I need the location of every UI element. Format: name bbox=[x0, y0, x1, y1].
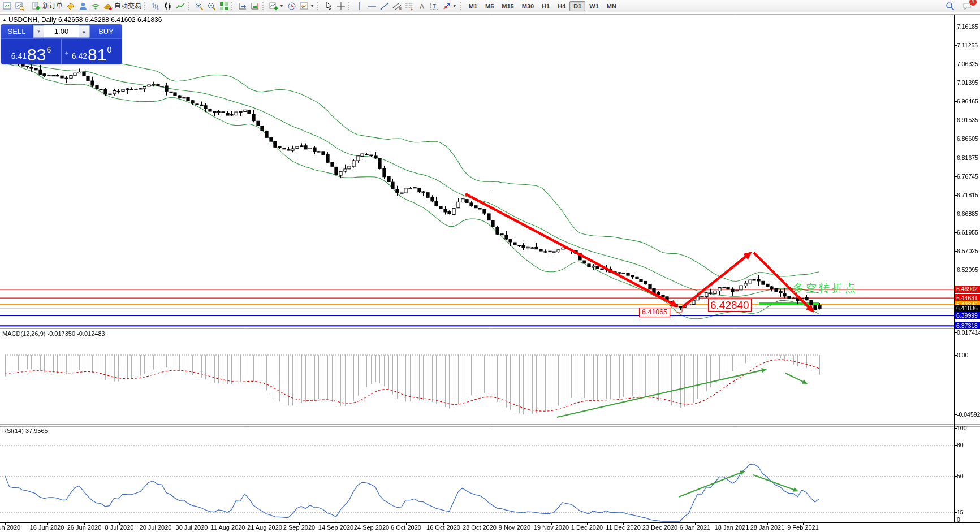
svg-text:F: F bbox=[411, 7, 413, 11]
toolbar-grip bbox=[144, 2, 147, 10]
autotrading-icon bbox=[103, 2, 113, 11]
rsi-axis-label: 50 bbox=[957, 473, 964, 479]
buy-price-pip: 0 bbox=[107, 45, 111, 54]
trendline-button[interactable] bbox=[378, 1, 391, 12]
macd-axis-label: -0.045929 bbox=[957, 411, 980, 418]
tab-timeframe-w1[interactable]: W1 bbox=[585, 1, 603, 11]
arrows-icon bbox=[442, 2, 451, 11]
date-axis-label: 16 Jun 2020 bbox=[30, 524, 64, 531]
macd-axis-label: 0.00 bbox=[957, 352, 968, 358]
price-tag: 6.39999 bbox=[955, 312, 980, 319]
tab-timeframe-d1[interactable]: D1 bbox=[569, 1, 585, 11]
tab-timeframe-m5[interactable]: M5 bbox=[481, 1, 498, 11]
chart-canvas[interactable] bbox=[0, 0, 980, 532]
sell-price-main: 83 bbox=[27, 47, 46, 62]
toolbar-grip bbox=[348, 2, 351, 10]
clock-icon bbox=[287, 2, 296, 11]
buy-price-main: 81 bbox=[88, 47, 106, 62]
key-level-price-label: 6.42840 bbox=[708, 299, 752, 312]
line-chart-icon bbox=[176, 2, 185, 11]
sell-price-pip: 6 bbox=[46, 45, 51, 54]
signal-button[interactable] bbox=[89, 1, 102, 12]
tab-timeframe-m1[interactable]: M1 bbox=[465, 1, 481, 11]
date-axis-label: 18 Jan 2021 bbox=[715, 524, 749, 531]
date-axis-label: 11 Aug 2020 bbox=[211, 524, 245, 531]
tile-windows-button[interactable] bbox=[218, 1, 230, 12]
zoom-in-icon bbox=[195, 2, 204, 11]
new-order-button[interactable]: 新订单 bbox=[30, 1, 64, 12]
svg-text:E: E bbox=[399, 7, 402, 10]
volume-increase-button[interactable]: ▲ bbox=[79, 25, 89, 37]
community-button[interactable] bbox=[77, 1, 89, 12]
arrows-button[interactable]: ▼ bbox=[441, 1, 459, 12]
chart-shift-button[interactable] bbox=[236, 1, 249, 12]
bar-chart-button[interactable] bbox=[149, 1, 162, 12]
new-chart-button[interactable] bbox=[1, 1, 14, 12]
community-person-icon bbox=[79, 2, 88, 11]
indicators-button[interactable]: ▼ bbox=[267, 1, 286, 12]
fibonacci-button[interactable]: F bbox=[403, 1, 416, 12]
text-label-button[interactable]: T bbox=[428, 1, 441, 12]
fibonacci-icon: F bbox=[405, 2, 414, 11]
dropdown-caret-icon: ▼ bbox=[452, 3, 457, 8]
price-axis-label: 6.61955 bbox=[957, 229, 978, 236]
notification-badge: 1 bbox=[969, 0, 977, 6]
templates-icon bbox=[300, 2, 309, 11]
profiles-button[interactable] bbox=[14, 1, 26, 12]
auto-scroll-icon bbox=[251, 2, 260, 11]
zoom-out-button[interactable] bbox=[205, 1, 218, 12]
notifications-button[interactable]: 1 bbox=[961, 1, 973, 12]
tab-timeframe-h1[interactable]: H1 bbox=[538, 1, 554, 11]
metaeditor-button[interactable] bbox=[64, 1, 77, 12]
price-axis-label: 7.11255 bbox=[957, 42, 978, 49]
tab-timeframe-m15[interactable]: M15 bbox=[498, 1, 517, 11]
crosshair-icon bbox=[336, 2, 346, 11]
date-axis-label: 19 Nov 2020 bbox=[534, 524, 569, 531]
sell-button[interactable]: SELL bbox=[1, 24, 32, 38]
price-tag: 6.41836 bbox=[955, 305, 980, 312]
price-axis-label: 7.16185 bbox=[957, 23, 978, 30]
date-axis-label: 9 Feb 2021 bbox=[787, 524, 819, 531]
buy-price-prefix: 6.42 bbox=[72, 51, 87, 60]
dropdown-caret-icon: ▼ bbox=[279, 3, 284, 8]
rsi-axis-label: 15 bbox=[957, 509, 964, 516]
vertical-line-icon bbox=[355, 2, 364, 11]
sell-price[interactable]: 6.41 83 6 bbox=[1, 39, 62, 64]
horizontal-line-button[interactable] bbox=[366, 1, 378, 12]
line-chart-button[interactable] bbox=[174, 1, 187, 12]
autotrading-button[interactable]: 自动交易 bbox=[102, 1, 143, 12]
date-axis-label: 23 Dec 2020 bbox=[642, 524, 677, 531]
trendline-icon bbox=[380, 2, 389, 11]
date-axis-label: 1 Dec 2020 bbox=[571, 524, 603, 531]
date-axis-label: 28 Oct 2020 bbox=[463, 524, 497, 531]
date-axis-label: 9 Nov 2020 bbox=[499, 524, 530, 531]
equidistant-channel-icon: E bbox=[392, 2, 402, 11]
chart-shift-icon bbox=[238, 2, 247, 11]
text-button[interactable]: A bbox=[416, 1, 428, 12]
volume-box: ▼ 1.00 ▲ bbox=[33, 25, 90, 38]
tab-timeframe-m30[interactable]: M30 bbox=[518, 1, 538, 11]
volume-value[interactable]: 1.00 bbox=[44, 25, 79, 37]
date-axis-label: 14 Sep 2020 bbox=[318, 524, 353, 531]
channel-button[interactable]: E bbox=[391, 1, 403, 12]
rsi-axis-label: 80 bbox=[957, 442, 964, 448]
candlestick-chart-button[interactable] bbox=[162, 1, 174, 12]
search-button[interactable] bbox=[944, 1, 956, 12]
volume-decrease-button[interactable]: ▼ bbox=[33, 25, 44, 37]
buy-button[interactable]: BUY bbox=[90, 24, 122, 38]
chart-title-text: USDCNH, Daily 6.42658 6.43288 6.41602 6.… bbox=[8, 16, 162, 24]
sell-price-prefix: 6.41 bbox=[11, 51, 27, 60]
templates-button[interactable]: ▼ bbox=[298, 1, 316, 12]
buy-price[interactable]: ◆ 6.42 81 0 bbox=[62, 39, 122, 64]
tab-timeframe-mn[interactable]: MN bbox=[603, 1, 620, 11]
crosshair-button[interactable] bbox=[335, 1, 347, 12]
pivot-annotation-text: 多空转折点 bbox=[793, 281, 858, 296]
tab-timeframe-h4[interactable]: H4 bbox=[554, 1, 569, 11]
vertical-line-button[interactable] bbox=[353, 1, 366, 12]
periods-button[interactable] bbox=[286, 1, 298, 12]
date-axis-label: 6 Jan 2021 bbox=[680, 524, 710, 531]
zoom-in-button[interactable] bbox=[193, 1, 205, 12]
auto-scroll-button[interactable] bbox=[249, 1, 261, 12]
date-axis-label: 5 Jun 2020 bbox=[0, 524, 20, 531]
cursor-button[interactable] bbox=[322, 1, 335, 12]
